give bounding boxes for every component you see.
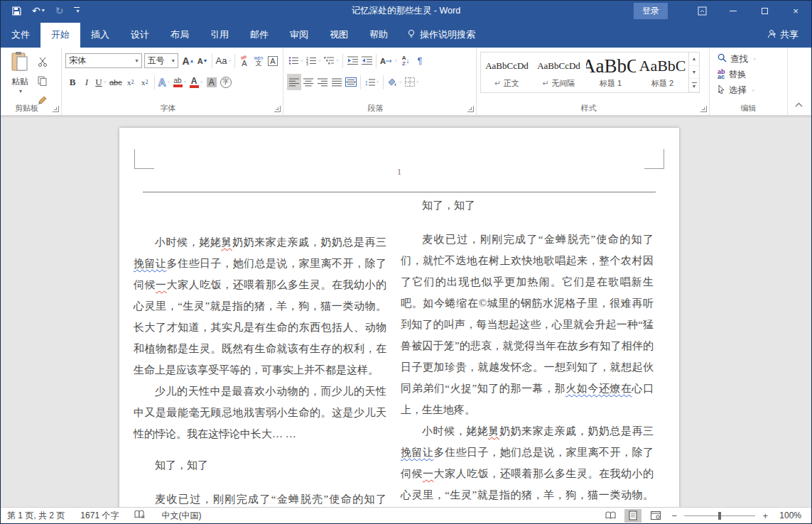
font-name-combo[interactable]: 宋体▾ — [65, 53, 142, 68]
cursor-arrow-icon — [718, 84, 725, 96]
line-spacing-button[interactable]: ↕ ▾ — [363, 74, 381, 90]
ribbon-display-options-icon[interactable] — [686, 1, 718, 21]
proofing-icon[interactable] — [134, 510, 146, 521]
tab-home[interactable]: 开始 — [40, 23, 80, 48]
style-no-spacing[interactable]: AaBbCcDd ↵ 无间隔 — [533, 53, 585, 92]
tab-view[interactable]: 视图 — [319, 23, 359, 48]
highlight-color-button[interactable]: ab▾ — [172, 74, 188, 90]
bullets-button[interactable]: ▾ — [287, 53, 305, 69]
italic-button[interactable]: I — [80, 74, 94, 90]
style-normal[interactable]: AaBbCcDd ↵ 正文 — [481, 53, 533, 92]
font-size-combo[interactable]: 五号▾ — [144, 53, 178, 68]
paragraph-group: ▾ 123▾ ▾ A ▾ AZ ↓ — [283, 48, 477, 115]
shrink-font-button[interactable]: A▼ — [195, 53, 210, 69]
tab-layout[interactable]: 布局 — [160, 23, 200, 48]
select-button[interactable]: 选择▾ — [713, 82, 784, 98]
align-left-button[interactable] — [287, 74, 301, 90]
decrease-indent-button[interactable] — [345, 53, 359, 69]
asian-layout-button[interactable]: A ▾ — [379, 53, 399, 69]
paste-button[interactable]: 粘贴 ▾ — [4, 51, 36, 108]
styles-scroll-down-icon[interactable]: ▼ — [689, 66, 699, 80]
sign-in-button[interactable]: 登录 — [634, 3, 668, 19]
collapse-ribbon-icon[interactable] — [795, 98, 803, 111]
replace-button[interactable]: abac 替换 — [713, 67, 784, 82]
document-heading[interactable]: 知了，知了 — [134, 454, 386, 476]
zoom-slider[interactable] — [684, 515, 755, 516]
grow-font-button[interactable]: A▲ — [181, 53, 195, 69]
phonetic-guide-icon[interactable]: wén文 — [251, 53, 266, 69]
style-heading1[interactable]: AaBbC 标题 1 — [585, 53, 637, 92]
clipboard-dialog-launcher[interactable] — [53, 106, 59, 112]
multilevel-list-button[interactable]: ▾ — [323, 53, 340, 69]
style-heading2[interactable]: AaBbC 标题 2 — [637, 53, 688, 92]
shading-button[interactable]: ▾ — [386, 74, 404, 90]
tab-references[interactable]: 引用 — [200, 23, 239, 48]
tab-design[interactable]: 设计 — [120, 23, 160, 48]
document-page[interactable]: 1 小时候，姥姥舅奶奶来家走亲戚，奶奶总是再三挽留让多住些日子，她们总是说，家里… — [119, 128, 679, 508]
text-column-left[interactable]: 小时候，姥姥舅奶奶来家走亲戚，奶奶总是再三挽留让多住些日子，她们总是说，家里离不… — [134, 231, 386, 508]
document-paragraph[interactable]: 少儿的天性中是最喜欢小动物的，而少儿的天性中又是最能毫无顾忌地戕害弱小生命的。这… — [134, 381, 386, 444]
sort-button[interactable]: AZ ↓ — [399, 53, 413, 69]
spelling-error-text: 一 — [423, 468, 434, 479]
align-center-button[interactable] — [301, 74, 315, 90]
zoom-slider-thumb[interactable] — [718, 512, 721, 520]
maximize-button[interactable] — [749, 1, 780, 21]
increase-indent-button[interactable] — [359, 53, 374, 69]
page-indicator[interactable]: 第 1 页, 共 2 页 — [7, 510, 65, 522]
word-count[interactable]: 1671 个字 — [80, 510, 119, 522]
styles-dialog-launcher[interactable] — [700, 106, 707, 112]
character-shading-button[interactable]: A — [205, 74, 219, 90]
justify-button[interactable] — [330, 74, 344, 90]
language-indicator[interactable]: 中文(中国) — [161, 510, 201, 522]
subscript-button[interactable]: x2 — [124, 74, 138, 90]
tab-review[interactable]: 审阅 — [279, 23, 319, 48]
strikethrough-button[interactable]: abc — [108, 74, 124, 90]
text-effects-button[interactable]: A▾ — [157, 74, 172, 90]
redo-button[interactable]: ↻ — [55, 6, 64, 16]
character-border-icon[interactable]: A — [266, 53, 280, 69]
tab-insert[interactable]: 插入 — [80, 23, 120, 48]
numbering-button[interactable]: 123▾ — [305, 53, 323, 69]
text-column-right[interactable]: 知了，知了麦收已过，刚刚完成了“金蝉脱壳”使命的知了们，就忙不迭地在树上欢快地歌… — [401, 195, 654, 508]
tab-mailings[interactable]: 邮件 — [239, 23, 279, 48]
tell-me-search[interactable]: 操作说明搜索 — [399, 23, 484, 48]
styles-more-icon[interactable]: ▼ — [689, 79, 699, 92]
undo-button[interactable]: ↶▾ — [32, 6, 45, 16]
print-layout-icon[interactable] — [624, 509, 642, 523]
copy-icon[interactable] — [36, 72, 50, 89]
align-right-button[interactable] — [315, 74, 330, 90]
web-layout-icon[interactable] — [647, 509, 664, 523]
distribute-button[interactable] — [344, 74, 358, 90]
document-paragraph[interactable]: 小时候，姥姥舅奶奶来家走亲戚，奶奶总是再三挽留让多住些日子，她们总是说，家里离不… — [134, 231, 386, 381]
document-paragraph[interactable]: 麦收已过，刚刚完成了“金蝉脱壳”使命的知了们，就忙不迭地在树上欢快地歌唱起来，整… — [401, 229, 654, 420]
change-case-button[interactable]: Aa▾ — [215, 53, 232, 69]
tab-file[interactable]: 文件 — [1, 23, 40, 48]
tab-help[interactable]: 帮助 — [359, 23, 399, 48]
font-color-button[interactable]: A▾ — [188, 74, 205, 90]
minimize-button[interactable] — [718, 1, 749, 21]
zoom-level[interactable]: 100% — [779, 511, 801, 520]
find-button[interactable]: 查找▾ — [713, 51, 784, 67]
styles-scroll-up-icon[interactable]: ▲ — [689, 53, 699, 66]
document-paragraph[interactable]: 麦收已过，刚刚完成了“金蝉脱壳”使命的知了们，就忙 — [134, 488, 386, 508]
font-dialog-launcher[interactable] — [274, 106, 281, 112]
customize-qat-icon[interactable]: ▾ — [74, 7, 80, 14]
share-button[interactable]: 共享 — [754, 23, 811, 48]
read-mode-icon[interactable] — [602, 509, 619, 523]
enclose-characters-button[interactable]: 字 — [219, 74, 233, 90]
underline-button[interactable]: U▾ — [94, 74, 108, 90]
cut-icon[interactable] — [36, 53, 50, 70]
spelling-error-text: 舅 — [488, 425, 499, 437]
borders-button[interactable]: ▾ — [404, 74, 421, 90]
save-icon[interactable] — [12, 6, 21, 16]
paragraph-dialog-launcher[interactable] — [467, 106, 474, 112]
zoom-in-button[interactable]: + — [761, 511, 769, 521]
document-heading[interactable]: 知了，知了 — [401, 195, 654, 216]
zoom-out-button[interactable]: − — [670, 511, 678, 521]
bold-button[interactable]: B — [65, 74, 80, 90]
close-button[interactable]: × — [780, 1, 811, 21]
superscript-button[interactable]: x2 — [138, 74, 152, 90]
clear-formatting-icon[interactable]: A — [237, 53, 251, 69]
document-paragraph[interactable]: 小时候，姥姥舅奶奶来家走亲戚，奶奶总是再三挽留让多住些日子，她们总是说，家里离不… — [401, 420, 654, 508]
show-marks-button[interactable]: ¶ — [413, 53, 427, 69]
